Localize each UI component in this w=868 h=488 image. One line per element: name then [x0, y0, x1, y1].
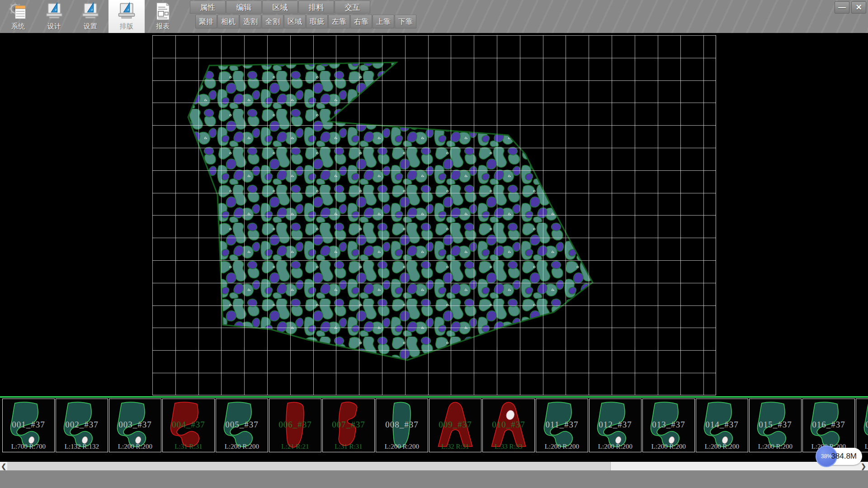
- piece-lr-count: L:200 R:200: [216, 443, 268, 450]
- piece-id-label: 015_#37: [750, 420, 801, 430]
- tool-button-瑕疵[interactable]: 瑕疵: [306, 15, 328, 28]
- settings-ruler-icon: [80, 1, 100, 21]
- tool-button-区域[interactable]: 区域: [284, 15, 306, 28]
- piece-lr-count: L:132 R:132: [56, 443, 108, 450]
- piece-thumbnail-007_#37[interactable]: 007_#37L:31 R:31: [322, 399, 375, 452]
- piece-id-label: 004_#37: [163, 420, 214, 430]
- top-toolbar: 系统设计设置排版报表 属性编辑区域排料交互 聚排相机选割全割区域瑕疵左靠右靠上靠…: [0, 0, 868, 33]
- module-label: 排版: [120, 22, 133, 31]
- piece-lr-count: L:200 R:200: [376, 443, 428, 450]
- module-button-排版[interactable]: 排版: [108, 0, 145, 33]
- piece-lr-count: L:31 R:31: [163, 443, 214, 450]
- piece-id-label: 007_#37: [323, 420, 374, 430]
- piece-thumbnail-011_#37[interactable]: 011_#37L:200 R:200: [536, 399, 588, 452]
- piece-thumbnail-012_#37[interactable]: 012_#37L:200 R:200: [589, 399, 642, 452]
- piece-id-label: 001_#37: [3, 420, 54, 430]
- piece-lr-count: L:700 R:700: [3, 443, 54, 450]
- menu-tab-交互[interactable]: 交互: [335, 1, 370, 14]
- piece-id-label: 009_#37: [429, 420, 481, 430]
- module-bar: 系统设计设置排版报表: [0, 0, 181, 33]
- piece-id-label: 003_#37: [109, 420, 161, 430]
- piece-lr-count: L:200 R:200: [643, 443, 694, 450]
- piece-lr-count: L:32 R:31: [429, 443, 481, 450]
- module-label: 设计: [47, 22, 61, 31]
- piece-id-label: 008_#37: [376, 420, 428, 430]
- piece-thumbnail-013_#37[interactable]: 013_#37L:200 R:200: [642, 399, 695, 452]
- app-window: 系统设计设置排版报表 属性编辑区域排料交互 聚排相机选割全割区域瑕疵左靠右靠上靠…: [0, 0, 868, 488]
- piece-lr-count: L:33 R:33: [483, 443, 534, 450]
- close-icon: ✕: [855, 3, 862, 12]
- module-button-系统[interactable]: 系统: [0, 0, 36, 33]
- tool-button-下靠[interactable]: 下靠: [395, 15, 416, 28]
- tool-button-bar: 聚排相机选割全割区域瑕疵左靠右靠上靠下靠: [195, 15, 417, 28]
- piece-id-label: 011_#37: [536, 420, 588, 430]
- piece-id-label: 017_#37: [856, 420, 868, 430]
- piece-thumbnail-010_#37[interactable]: 010_#37L:33 R:33: [482, 399, 535, 452]
- scroll-right-icon[interactable]: ❯: [860, 462, 867, 470]
- piece-id-label: 002_#37: [56, 420, 108, 430]
- piece-id-label: 014_#37: [696, 420, 748, 430]
- piece-id-label: 012_#37: [590, 420, 641, 430]
- nesting-ruler-icon: [117, 1, 137, 21]
- tool-button-聚排[interactable]: 聚排: [195, 15, 217, 28]
- module-label: 报表: [156, 22, 170, 31]
- piece-thumbnail-003_#37[interactable]: 003_#37L:200 R:200: [109, 399, 161, 452]
- piece-lr-count: L:31 R:31: [323, 443, 374, 450]
- tool-button-选割[interactable]: 选割: [240, 15, 261, 28]
- piece-lr-count: L:200 R:200: [750, 443, 801, 450]
- piece-thumbnail-002_#37[interactable]: 002_#37L:132 R:132: [56, 399, 108, 452]
- module-button-设计[interactable]: 设计: [36, 0, 72, 33]
- piece-lr-count: L:200 R:200: [590, 443, 641, 450]
- scrollbar-thumb[interactable]: [7, 462, 611, 470]
- strip-progress-line: [0, 396, 868, 398]
- tool-button-左靠[interactable]: 左靠: [328, 15, 350, 28]
- design-ruler-icon: [44, 1, 64, 21]
- menu-tab-区域[interactable]: 区域: [262, 1, 298, 14]
- tool-button-右靠[interactable]: 右靠: [350, 15, 372, 28]
- piece-thumbnail-015_#37[interactable]: 015_#37L:200 R:200: [749, 399, 802, 452]
- horizontal-scrollbar[interactable]: ❮ ❯: [0, 462, 868, 470]
- module-button-报表[interactable]: 报表: [145, 0, 181, 33]
- scroll-left-icon[interactable]: ❮: [0, 462, 7, 470]
- tool-button-相机[interactable]: 相机: [217, 15, 239, 28]
- piece-thumbnail-001_#37[interactable]: 001_#37L:700 R:700: [2, 399, 55, 452]
- minimize-button[interactable]: —: [835, 1, 849, 14]
- piece-id-label: 010_#37: [483, 420, 534, 430]
- piece-thumbnail-006_#37[interactable]: 006_#37L:21 R:21: [269, 399, 321, 452]
- report-page-icon: [153, 1, 173, 21]
- piece-thumbnail-016_#37[interactable]: 016_#37L:200 R:200: [802, 399, 855, 452]
- piece-lr-count: L:200 R:200: [696, 443, 748, 450]
- menu-tab-编辑[interactable]: 编辑: [226, 1, 262, 14]
- piece-lr-count: L:200 R:200: [536, 443, 588, 450]
- memory-progress-badge: 38% 384.8M: [816, 448, 862, 465]
- piece-thumbnail-009_#37[interactable]: 009_#37L:32 R:31: [429, 399, 481, 452]
- progress-percent-value: 38%: [821, 453, 832, 460]
- pieces-thumbnail-strip: 001_#37L:700 R:700002_#37L:132 R:132003_…: [0, 399, 868, 454]
- piece-lr-count: L:21 R:21: [269, 443, 321, 450]
- piece-lr-count: L:200 R:200: [109, 443, 161, 450]
- leather-hide-nest: [0, 33, 868, 396]
- piece-id-label: 006_#37: [269, 420, 321, 430]
- menu-tab-排料[interactable]: 排料: [298, 1, 334, 14]
- tool-button-上靠[interactable]: 上靠: [373, 15, 394, 28]
- piece-thumbnail-014_#37[interactable]: 014_#37L:200 R:200: [696, 399, 748, 452]
- module-label: 设置: [84, 22, 97, 31]
- window-controls: — ✕: [835, 1, 866, 14]
- close-button[interactable]: ✕: [851, 1, 866, 14]
- piece-id-label: 013_#37: [643, 420, 694, 430]
- nesting-canvas[interactable]: [0, 33, 868, 396]
- system-gear-icon: [8, 1, 28, 21]
- memory-usage-value: 384.8M: [831, 452, 857, 461]
- module-button-设置[interactable]: 设置: [72, 0, 108, 33]
- piece-thumbnail-004_#37[interactable]: 004_#37L:31 R:31: [162, 399, 215, 452]
- tool-button-全割[interactable]: 全割: [262, 15, 283, 28]
- minimize-icon: —: [838, 3, 846, 12]
- piece-thumbnail-017_#37[interactable]: 017_#37L:200 R:200: [856, 399, 868, 452]
- piece-thumbnail-008_#37[interactable]: 008_#37L:200 R:200: [376, 399, 428, 452]
- piece-id-label: 005_#37: [216, 420, 268, 430]
- module-label: 系统: [11, 22, 25, 31]
- menu-tab-bar: 属性编辑区域排料交互: [190, 1, 371, 14]
- status-bar: [0, 470, 868, 488]
- piece-thumbnail-005_#37[interactable]: 005_#37L:200 R:200: [216, 399, 268, 452]
- menu-tab-属性[interactable]: 属性: [190, 1, 226, 14]
